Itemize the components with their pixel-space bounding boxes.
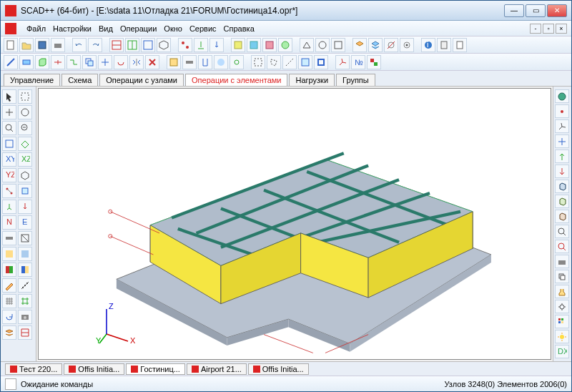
sb-pointer[interactable] (2, 89, 16, 104)
elem-rotate[interactable] (114, 55, 128, 69)
maximize-button[interactable]: ▭ (526, 4, 546, 17)
sb-camera[interactable] (18, 310, 32, 324)
tab-groups[interactable]: Группы (336, 74, 375, 86)
tool-layer-2[interactable] (368, 38, 383, 52)
menu-view[interactable]: Вид (99, 24, 113, 33)
select-rect[interactable] (251, 55, 265, 69)
tool-info[interactable]: i (421, 38, 435, 52)
rs-cube-3[interactable] (555, 210, 569, 223)
tool-report[interactable] (453, 38, 467, 52)
rs-copy-icon[interactable] (555, 270, 569, 283)
rs-earth-icon[interactable] (555, 89, 569, 103)
sb-view-iso[interactable] (18, 168, 32, 182)
rs-sun-icon[interactable] (555, 330, 569, 343)
sb-zoom-in[interactable] (2, 121, 16, 135)
tool-redo[interactable] (88, 38, 102, 52)
doctab-2[interactable]: Гостиниц... (126, 363, 185, 375)
tool-nodes[interactable] (178, 38, 192, 52)
elem-add-solid[interactable] (35, 55, 49, 69)
elem-move[interactable] (98, 55, 112, 69)
sb-zoom-out[interactable] (18, 121, 32, 135)
sb-nodes-icon[interactable] (2, 184, 16, 198)
sb-pan[interactable] (2, 105, 16, 119)
select-poly[interactable] (267, 55, 281, 69)
menu-window[interactable]: Окно (164, 24, 182, 33)
doctab-1[interactable]: Offis Initia... (64, 363, 124, 375)
tool-calc[interactable] (437, 38, 451, 52)
select-invert[interactable] (314, 55, 328, 69)
elem-copy[interactable] (82, 55, 97, 69)
sb-rotate[interactable] (18, 105, 32, 119)
sb-wire[interactable] (18, 231, 32, 245)
menu-file[interactable]: Файл (26, 24, 46, 33)
rs-dot-icon[interactable] (555, 104, 569, 118)
rs-down-icon[interactable] (555, 165, 569, 178)
sb-draw[interactable] (2, 278, 16, 293)
viewport[interactable]: X Y Z (38, 88, 551, 360)
tool-mesh-2[interactable] (125, 38, 139, 52)
rs-grid-icon[interactable] (555, 315, 569, 328)
tool-hide[interactable] (384, 38, 398, 52)
tool-open[interactable] (19, 38, 34, 52)
rs-print-icon[interactable] (555, 255, 569, 268)
rs-dx-icon[interactable]: DX (555, 345, 569, 358)
elem-numbers[interactable]: № (351, 55, 365, 69)
sb-refresh[interactable] (2, 310, 16, 324)
sb-color-type[interactable] (2, 263, 16, 277)
prop-section[interactable] (198, 55, 212, 69)
sb-constraint-icon[interactable] (2, 200, 16, 214)
sb-window[interactable] (18, 89, 32, 104)
sb-fit[interactable] (2, 137, 16, 151)
elem-merge[interactable] (66, 55, 81, 69)
close-button[interactable]: ✕ (547, 4, 567, 17)
tool-view-1[interactable] (300, 38, 314, 52)
prop-hinge[interactable] (230, 55, 244, 69)
tool-supports[interactable] (194, 38, 208, 52)
tool-loads[interactable] (209, 38, 224, 52)
sb-proj[interactable] (18, 137, 32, 151)
rs-cube-1[interactable] (555, 180, 569, 193)
tool-layer-1[interactable] (352, 38, 367, 52)
doctab-0[interactable]: Тест 220... (5, 363, 62, 375)
minimize-button[interactable]: — (504, 4, 524, 17)
tab-elem-ops[interactable]: Операции с элементами (185, 74, 287, 86)
sb-grid-2[interactable] (18, 294, 32, 308)
mdi-minimize[interactable]: - (530, 24, 541, 34)
elem-split[interactable] (51, 55, 65, 69)
rs-arrows-icon[interactable] (555, 134, 569, 148)
sb-layers-icon[interactable] (2, 325, 16, 340)
tab-scheme[interactable]: Схема (61, 74, 98, 86)
doctab-4[interactable]: Offis Initia... (248, 363, 309, 375)
tool-undo[interactable] (72, 38, 87, 52)
tool-filter-4[interactable] (278, 38, 292, 52)
rs-pan-icon[interactable] (555, 285, 569, 298)
tool-filter-2[interactable] (247, 38, 261, 52)
tab-control[interactable]: Управление (4, 74, 60, 86)
menu-help[interactable]: Справка (224, 24, 255, 33)
elem-local-axes[interactable] (335, 55, 350, 69)
sb-measure[interactable] (18, 278, 32, 293)
tool-mesh-3[interactable] (141, 38, 155, 52)
sb-grid-1[interactable] (2, 294, 16, 308)
menu-service[interactable]: Сервис (189, 24, 217, 33)
elem-mirror[interactable] (129, 55, 144, 69)
tab-loads[interactable]: Нагрузки (289, 74, 335, 86)
sb-color-rigid[interactable] (18, 263, 32, 277)
sb-num-nodes[interactable]: N (2, 215, 16, 230)
rs-cube-2[interactable] (555, 195, 569, 208)
menu-operations[interactable]: Операции (120, 24, 157, 33)
prop-material[interactable] (214, 55, 228, 69)
sb-section-icon[interactable] (18, 325, 32, 340)
tab-node-ops[interactable]: Операции с узлами (99, 74, 184, 86)
sb-thick[interactable] (2, 231, 16, 245)
menu-settings[interactable]: Настройки (53, 24, 92, 33)
rs-up-icon[interactable] (555, 150, 569, 163)
tool-view-2[interactable] (315, 38, 330, 52)
elem-add-plate[interactable] (19, 55, 34, 69)
tool-print[interactable] (51, 38, 65, 52)
sb-shade[interactable] (18, 247, 32, 261)
sb-num-elems[interactable]: E (18, 215, 32, 230)
select-line[interactable] (282, 55, 297, 69)
mdi-close[interactable]: × (556, 24, 567, 34)
rs-search-red[interactable] (555, 240, 569, 253)
